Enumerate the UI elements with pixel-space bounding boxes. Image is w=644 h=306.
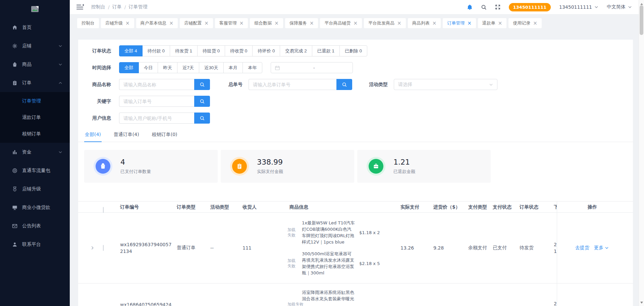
sidebar-item-funds[interactable]: 资金 [0,143,70,161]
row-checkbox[interactable] [103,245,104,251]
sidebar-item-contact-platform[interactable]: 联系平台 [0,235,70,254]
search-icon[interactable] [481,4,487,10]
close-icon[interactable]: × [169,21,174,26]
filter-time: 时间选择 全部 今日 昨天 近7天 近30天 本月 本年 - [78,62,633,73]
status-to-pickup-button[interactable]: 待提货 0 [197,45,225,56]
time-30days-button[interactable]: 近30天 [199,62,223,73]
status-refunded-button[interactable]: 已退款 1 [312,45,340,56]
sidebar-item-micro-loan[interactable]: 商业小微贷款 [0,198,70,217]
status-unpaid-button[interactable]: 待付款 0 [142,45,170,56]
breadcrumb-item[interactable]: 订单 [112,4,122,10]
sidebar-item-order-manage[interactable]: 订单管理 [0,93,70,109]
status-deleted-button[interactable]: 已删除 0 [339,45,367,56]
sidebar-item-notices[interactable]: 公告列表 [0,217,70,235]
product-info-cell: 加载失败 1x最新W5W Led T10汽车灯COB玻璃6000K白色汽车牌照灯… [287,213,380,283]
user-info-input[interactable] [119,113,194,124]
user-menu[interactable]: 13450111111 [559,4,598,10]
time-7days-button[interactable]: 近7天 [177,62,199,73]
breadcrumb-item[interactable]: 控制台 [91,4,105,10]
close-icon[interactable]: × [125,21,130,26]
close-icon[interactable]: × [432,21,437,26]
phone-badge[interactable]: 13450111111 [509,3,551,11]
time-month-button[interactable]: 本月 [223,62,243,73]
time-year-button[interactable]: 本年 [243,62,262,73]
tab-order-manage[interactable]: 订单管理× [443,18,476,28]
breadcrumb-item[interactable]: 订单管理 [128,4,147,10]
date-range-picker[interactable]: - [271,62,353,73]
row-expander-icon[interactable] [90,246,95,250]
tab-platform-distribute[interactable]: 平台商品铺货× [320,18,362,28]
product-title[interactable]: 浴室降雨淋浴系统浴缸黑色混合器水龙头套装豪华哑光 [302,289,356,302]
tab-verify-orders[interactable]: 核销订单(0) [151,129,178,142]
chevron-down-icon [605,246,609,250]
master-order-input[interactable] [249,79,336,90]
close-icon[interactable]: × [498,21,502,26]
product-name-search-button[interactable] [194,79,210,90]
sidebar-item-goods[interactable]: 商品 [0,55,70,74]
scrollbar-thumb[interactable] [640,5,643,35]
tab-shop-upgrade[interactable]: 店铺升级× [101,18,134,28]
product-name-input[interactable] [119,79,194,90]
close-icon[interactable]: × [204,21,209,26]
collapse-menu-icon[interactable] [76,4,84,10]
status-to-receive-button[interactable]: 待收货 0 [225,45,253,56]
product-title[interactable]: 300/500ml浴室皂液器可再填充乳液洗发水沐浴露支架便携式旅行皂液器空浴泵瓶… [302,251,356,276]
tab-customer-service[interactable]: 客服管理× [215,18,248,28]
close-icon[interactable]: × [353,21,358,26]
tab-guarantee-service[interactable]: 保障服务× [285,18,318,28]
svg-text:1: 1 [14,188,15,191]
pickup-link[interactable]: 去提货 [575,245,589,251]
time-all-button[interactable]: 全部 [119,62,139,73]
sidebar-item-refund-orders[interactable]: 退款订单 [0,109,70,126]
sidebar-item-label: 直通车流量包 [22,168,62,174]
more-link[interactable]: 更多 [594,245,609,251]
time-yesterday-button[interactable]: 昨天 [158,62,177,73]
status-to-review-button[interactable]: 待评价 0 [252,45,280,56]
status-completed-button[interactable]: 交易完成 2 [280,45,312,56]
user-info-search-button[interactable] [194,113,210,124]
scroll-down-arrow[interactable] [640,302,643,305]
close-icon[interactable]: × [533,21,537,26]
keyword-search-button[interactable] [194,96,210,107]
close-icon[interactable]: × [239,21,244,26]
logo[interactable] [0,0,70,18]
language-menu[interactable]: 中文简体 [607,4,632,10]
sidebar-item-label: 首页 [22,25,62,31]
fullscreen-icon[interactable] [495,4,500,10]
product-price: $2.18 x 5 [359,261,380,266]
sidebar-item-home[interactable]: 首页 [0,18,70,37]
activity-type-select[interactable]: 请选择 [394,79,497,90]
tab-goods-list[interactable]: 商品列表× [408,18,441,28]
product-image-broken[interactable]: 加载失败 [287,227,298,238]
product-title[interactable]: 1x最新W5W Led T10汽车灯COB玻璃6000K白色汽车牌照灯顶灯阅读D… [302,220,356,245]
tab-combined-data[interactable]: 组合数据× [250,18,283,28]
tab-platform-wholesale[interactable]: 平台批发商品× [364,18,406,28]
sidebar-item-shop-upgrade[interactable]: 1 店铺升级 [0,180,70,198]
product-image-broken[interactable]: 加载失败 [287,302,298,306]
keyword-input[interactable] [119,96,194,107]
close-icon[interactable]: × [274,21,279,26]
master-order-search-button[interactable] [336,79,352,90]
close-icon[interactable]: × [467,21,472,26]
vertical-scrollbar[interactable] [639,0,644,306]
tab-merchant-info[interactable]: 商户基本信息× [136,18,178,28]
time-today-button[interactable]: 今日 [139,62,158,73]
tab-shop-config[interactable]: 店铺配置× [180,18,213,28]
tab-normal-orders[interactable]: 普通订单(4) [113,129,140,142]
bell-icon[interactable] [467,4,473,10]
close-icon[interactable]: × [397,21,401,26]
close-icon[interactable]: × [310,21,314,26]
tab-console[interactable]: 控制台 [77,18,99,28]
sidebar-item-verify-orders[interactable]: 核销订单 [0,126,70,142]
sidebar-item-orders[interactable]: 订单 [0,74,70,92]
tab-usage-record[interactable]: 使用记录× [508,18,542,28]
stat-value: 4 [120,158,151,166]
product-image-broken[interactable]: 加载失败 [287,258,298,269]
tab-refund-order[interactable]: 退款单× [478,18,507,28]
sidebar-item-shop[interactable]: 店铺 [0,37,70,55]
sidebar-item-traffic-pack[interactable]: 直通车流量包 [0,161,70,180]
scroll-up-arrow[interactable] [640,2,643,5]
tab-all-orders[interactable]: 全部(4) [84,129,102,142]
status-to-ship-button[interactable]: 待发货 1 [170,45,198,56]
status-all-button[interactable]: 全部 4 [119,45,143,56]
